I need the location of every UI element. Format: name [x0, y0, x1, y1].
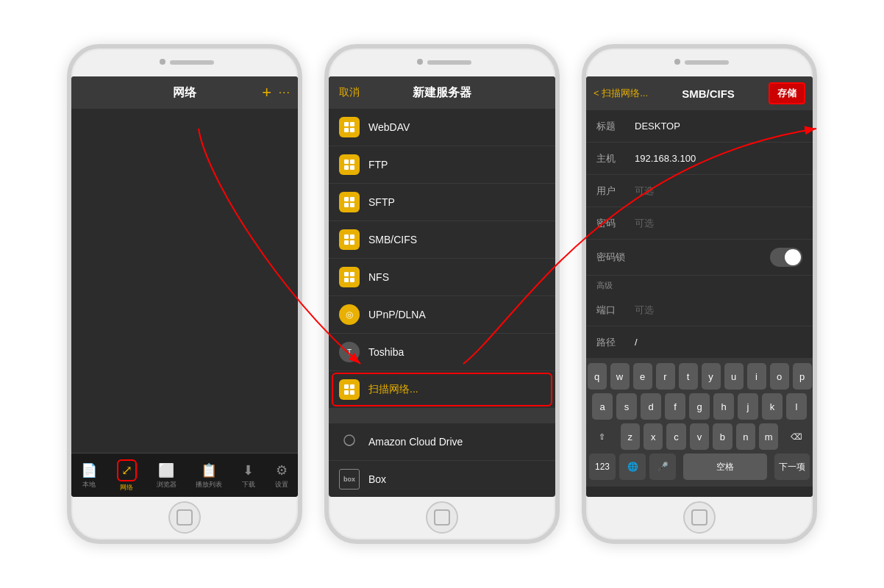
- key-f[interactable]: f: [665, 393, 685, 420]
- phone-speaker-3: [685, 60, 729, 65]
- phone-home-2[interactable]: [426, 501, 458, 534]
- menu-scan-network[interactable]: 扫描网络...: [329, 371, 555, 409]
- key-y[interactable]: y: [702, 363, 721, 390]
- tab-settings[interactable]: ⚙ 设置: [275, 462, 288, 490]
- key-m[interactable]: m: [759, 423, 778, 450]
- p1-content: [71, 109, 298, 453]
- key-z[interactable]: z: [621, 423, 640, 450]
- form-user-row: 用户 可选: [586, 175, 813, 207]
- phone-home-3[interactable]: [683, 501, 716, 534]
- form-passlock-label: 密码锁: [596, 251, 635, 264]
- key-globe[interactable]: 🌐: [619, 453, 646, 480]
- key-j[interactable]: j: [738, 393, 758, 420]
- svg-rect-15: [350, 240, 354, 245]
- form-port-label: 端口: [596, 304, 635, 317]
- svg-rect-21: [350, 384, 354, 389]
- key-space[interactable]: 空格: [683, 453, 767, 480]
- form-path-value[interactable]: /: [635, 337, 802, 348]
- key-r[interactable]: r: [656, 363, 675, 390]
- menu-sftp[interactable]: SFTP: [329, 184, 555, 221]
- tab-network-label: 网络: [120, 483, 133, 492]
- p2-title: 新建服务器: [413, 85, 471, 101]
- key-v[interactable]: v: [690, 423, 709, 450]
- key-l[interactable]: l: [786, 393, 807, 420]
- phone-3: < 扫描网络... SMB/CIFS 存储 标题 DESKTOP 主机 192.…: [582, 44, 817, 544]
- form-host-row: 主机 192.168.3.100: [586, 143, 813, 175]
- key-w[interactable]: w: [610, 363, 630, 390]
- form-port-input[interactable]: 可选: [635, 304, 802, 317]
- svg-rect-0: [344, 122, 349, 126]
- svg-rect-12: [344, 234, 349, 239]
- key-t[interactable]: t: [679, 363, 698, 390]
- p3-back-button[interactable]: < 扫描网络...: [594, 87, 648, 100]
- screen-2: 取消 新建服务器 WebDAV FTP: [329, 76, 555, 497]
- tab-playlist[interactable]: 📋 播放列表: [196, 462, 222, 490]
- key-g[interactable]: g: [689, 393, 710, 420]
- scan-icon: [339, 379, 360, 400]
- svg-rect-7: [350, 165, 354, 170]
- key-c[interactable]: c: [666, 423, 685, 450]
- p2-cancel-button[interactable]: 取消: [339, 86, 360, 99]
- tab-download-label: 下载: [242, 480, 255, 490]
- menu-amazon[interactable]: Amazon Cloud Drive: [329, 423, 555, 461]
- p3-header: < 扫描网络... SMB/CIFS 存储: [586, 76, 813, 110]
- passlock-toggle[interactable]: [770, 248, 802, 267]
- phone-2: 取消 新建服务器 WebDAV FTP: [324, 44, 560, 544]
- key-x[interactable]: x: [644, 423, 663, 450]
- key-s[interactable]: s: [616, 393, 637, 420]
- tab-network[interactable]: ⤢ 网络: [117, 459, 137, 492]
- p1-dots-button[interactable]: ···: [279, 86, 290, 99]
- p3-save-button[interactable]: 存储: [769, 82, 805, 104]
- key-b[interactable]: b: [713, 423, 732, 450]
- key-u[interactable]: u: [724, 363, 744, 390]
- key-h[interactable]: h: [713, 393, 734, 420]
- sftp-label: SFTP: [368, 196, 395, 208]
- key-o[interactable]: o: [770, 363, 789, 390]
- form-user-input[interactable]: 可选: [635, 184, 802, 198]
- tab-download[interactable]: ⬇ 下载: [242, 462, 255, 490]
- p1-title: 网络: [173, 85, 196, 101]
- sftp-icon: [339, 192, 360, 212]
- key-n[interactable]: n: [736, 423, 755, 450]
- key-a[interactable]: a: [592, 393, 613, 420]
- key-p[interactable]: p: [793, 363, 812, 390]
- key-q[interactable]: q: [588, 363, 607, 390]
- key-mic[interactable]: 🎤: [649, 453, 676, 480]
- key-num[interactable]: 123: [589, 453, 616, 480]
- key-next[interactable]: 下一项: [774, 453, 810, 480]
- form-title-row: 标题 DESKTOP: [586, 110, 813, 143]
- tab-local-label: 本地: [82, 480, 96, 490]
- key-delete[interactable]: ⌫: [782, 423, 811, 450]
- menu-smb[interactable]: SMB/CIFS: [329, 221, 555, 259]
- menu-box[interactable]: box Box: [329, 461, 555, 497]
- screen-3: < 扫描网络... SMB/CIFS 存储 标题 DESKTOP 主机 192.…: [586, 76, 813, 497]
- key-k[interactable]: k: [762, 393, 783, 420]
- keyboard: q w e r t y u i o p a s d f g h: [586, 359, 813, 487]
- key-e[interactable]: e: [633, 363, 652, 390]
- p1-plus-button[interactable]: +: [262, 83, 271, 102]
- amazon-label: Amazon Cloud Drive: [368, 436, 463, 448]
- key-row-1: q w e r t y u i o p: [588, 363, 811, 390]
- form-host-value[interactable]: 192.168.3.100: [635, 153, 802, 164]
- menu-upnp[interactable]: ◎ UPnP/DLNA: [329, 296, 555, 334]
- key-row-4: 123 🌐 🎤 空格 下一项: [588, 453, 811, 480]
- svg-rect-3: [350, 128, 354, 132]
- form-password-input[interactable]: 可选: [635, 217, 802, 230]
- menu-nfs[interactable]: NFS: [329, 259, 555, 296]
- upnp-icon: ◎: [339, 304, 360, 325]
- menu-ftp[interactable]: FTP: [329, 146, 555, 184]
- menu-toshiba[interactable]: T Toshiba: [329, 334, 555, 371]
- form-title-value[interactable]: DESKTOP: [635, 121, 802, 132]
- phone-home-1[interactable]: [168, 501, 201, 534]
- webdav-label: WebDAV: [368, 121, 410, 133]
- tab-local[interactable]: 📄 本地: [81, 462, 97, 490]
- screen-1: 网络 + ··· 📄 本地 ⤢ 网络 ⬜ 浏览器 📋 播: [71, 76, 298, 497]
- tab-browser[interactable]: ⬜ 浏览器: [157, 462, 177, 490]
- menu-webdav[interactable]: WebDAV: [329, 109, 555, 146]
- key-d[interactable]: d: [641, 393, 661, 420]
- key-shift[interactable]: ⇧: [588, 423, 617, 450]
- playlist-icon: 📋: [201, 462, 217, 478]
- key-i[interactable]: i: [747, 363, 766, 390]
- tab-browser-label: 浏览器: [157, 480, 177, 490]
- advanced-section: 高级: [586, 276, 813, 294]
